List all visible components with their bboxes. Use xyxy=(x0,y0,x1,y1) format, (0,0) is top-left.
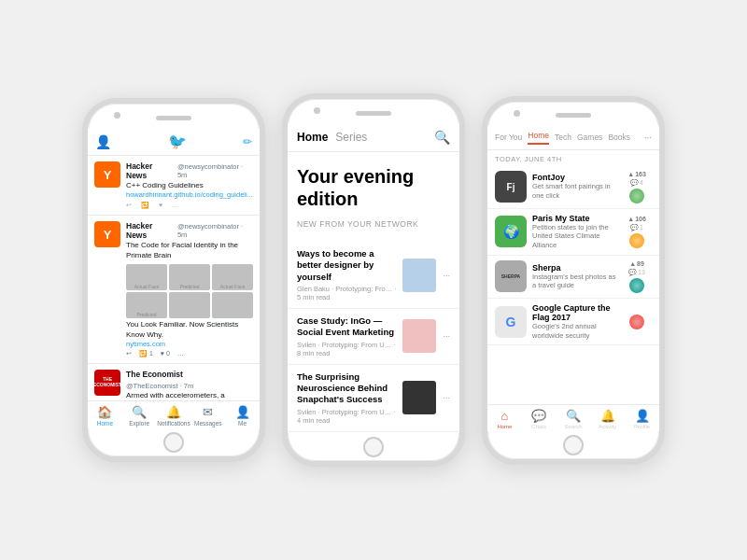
phone-bottom xyxy=(487,431,659,459)
nav-explore[interactable]: 🔍 Explore xyxy=(122,405,157,427)
home-button[interactable] xyxy=(163,432,184,453)
more-icon[interactable]: ··· xyxy=(644,133,652,143)
product-stats: ▲163 💬4 xyxy=(622,171,652,203)
tweet-footer-text: You Look Familiar. Now Scientists Know W… xyxy=(126,320,253,340)
reply-icon[interactable]: ↩ xyxy=(126,202,132,209)
phone-bottom xyxy=(288,433,459,461)
twitter-logo: 🐦 xyxy=(168,133,187,150)
phone-twitter: 👤 🐦 ✏ Y Hacker News @newsycombinator · 5… xyxy=(82,98,265,462)
product-item: Fj FontJoy Get smart font pairings in on… xyxy=(487,166,659,209)
tweet-link[interactable]: howardhinnant.github.io/coding_guideli..… xyxy=(126,190,253,199)
camera-dot xyxy=(514,110,520,117)
article-text: The Surprising Neuroscience Behind Snapc… xyxy=(297,371,396,425)
nav-messages[interactable]: ✉ Messages xyxy=(190,405,225,427)
bell-icon: 🔔 xyxy=(166,405,181,419)
product-name[interactable]: Paris My State xyxy=(532,214,616,223)
tab-home[interactable]: Home xyxy=(297,131,328,144)
tab-for-you[interactable]: For You xyxy=(495,133,522,142)
article-thumb xyxy=(402,381,436,414)
speaker xyxy=(556,113,591,118)
article-title[interactable]: Ways to become a better designer by your… xyxy=(297,248,396,283)
article-item: The Surprising Neuroscience Behind Snapc… xyxy=(288,365,459,432)
tweet-image-grid: Actual Face Predicted Actual Face Predic… xyxy=(126,264,253,318)
article-text: Ways to become a better designer by your… xyxy=(297,248,396,301)
more-icon[interactable]: ··· xyxy=(443,393,450,402)
home-button[interactable] xyxy=(563,435,584,455)
vote-count: ▲106 xyxy=(627,216,646,222)
home-button[interactable] xyxy=(363,437,384,457)
product-thumb: Fj xyxy=(495,171,527,203)
bell-icon: 🔔 xyxy=(600,409,615,423)
twitter-screen: 👤 🐦 ✏ Y Hacker News @newsycombinator · 5… xyxy=(88,128,260,428)
tweet-item: Y Hacker News @newsycombinator · 5m The … xyxy=(88,216,260,364)
product-item: G Google Capture the Flag 2017 Google's … xyxy=(487,299,659,346)
nav-home[interactable]: 🏠 Home xyxy=(88,405,122,427)
article-thumb xyxy=(402,319,436,353)
tweet-user: Hacker News xyxy=(126,221,175,240)
compose-icon[interactable]: ✏ xyxy=(243,135,252,148)
comment-count: 💬13 xyxy=(628,269,645,276)
product-text: FontJoy Get smart font pairings in one c… xyxy=(532,173,616,201)
article-title[interactable]: Case Study: InGo — Social Event Marketin… xyxy=(297,315,396,339)
search-icon[interactable]: 🔍 xyxy=(434,130,450,145)
product-name[interactable]: Sherpa xyxy=(532,263,616,273)
nav-activity[interactable]: 🔔 Activity xyxy=(590,409,625,429)
twitter-header: 👤 🐦 ✏ xyxy=(88,128,260,156)
medium-hero: Your evening edition New from your netwo… xyxy=(288,152,459,242)
product-name[interactable]: Google Capture the Flag 2017 xyxy=(532,303,616,322)
chat-icon: 💬 xyxy=(531,409,546,423)
tab-home[interactable]: Home xyxy=(528,131,549,145)
tweet-actions: ↩ 🔁 ♥ … xyxy=(126,202,253,209)
nav-chats[interactable]: 💬 Chats xyxy=(522,409,557,429)
tweet-avatar: THE ECONOMIST xyxy=(94,370,120,396)
product-desc: Instagram's best photos as a travel guid… xyxy=(532,273,616,291)
section-label: New from your network xyxy=(297,219,450,229)
more-icon[interactable]: … xyxy=(177,350,184,357)
article-thumb xyxy=(402,259,436,292)
reply-count: ↩ xyxy=(126,350,132,357)
nav-home[interactable]: ⌂ Home xyxy=(487,409,522,429)
user-avatar xyxy=(629,233,644,248)
tweet-content: Hacker News @newsycombinator · 5m C++ Co… xyxy=(126,161,253,209)
product-stats xyxy=(622,315,652,329)
tab-games[interactable]: Games xyxy=(577,133,602,142)
retweet-icon[interactable]: 🔁 xyxy=(141,202,149,209)
nav-search[interactable]: 🔍 Search xyxy=(557,409,591,429)
vote-count: ▲163 xyxy=(627,171,646,177)
explore-icon: 🔍 xyxy=(132,405,147,419)
tab-books[interactable]: Books xyxy=(608,133,630,142)
tab-tech[interactable]: Tech xyxy=(555,133,571,142)
nav-me[interactable]: 👤 Me xyxy=(225,405,260,427)
tweet-user: The Economist xyxy=(126,370,183,379)
article-meta: Svilen · Prototyping: From U… · 8 min re… xyxy=(297,341,396,357)
nav-profile[interactable]: 👤 Profile xyxy=(625,409,659,429)
product-thumb: SHERPA xyxy=(495,260,527,292)
nav-home-label: Home xyxy=(497,424,512,429)
person-icon: 👤 xyxy=(635,409,650,423)
nav-notifications[interactable]: 🔔 Notifications xyxy=(157,405,191,427)
medium-header: Home Series 🔍 xyxy=(288,123,459,152)
tweet-img: Predicted xyxy=(126,292,167,318)
product-desc: Petition states to join the United State… xyxy=(532,223,616,250)
product-name[interactable]: FontJoy xyxy=(532,173,616,182)
hero-title: Your evening edition xyxy=(297,165,450,210)
phone-top-bar xyxy=(288,99,459,123)
date-label: TODAY, JUNE 4TH xyxy=(487,150,659,166)
tab-series[interactable]: Series xyxy=(335,131,367,144)
article-item: Ways to become a better designer by your… xyxy=(288,242,459,309)
retweet-count: 🔁 1 xyxy=(139,350,153,357)
tweet-action-nums: ↩ 🔁 1 ♥ 0 … xyxy=(126,350,253,357)
like-icon[interactable]: ♥ xyxy=(159,202,162,209)
profile-icon[interactable]: 👤 xyxy=(95,134,111,149)
search-icon: 🔍 xyxy=(566,409,581,423)
tweet-item: Y Hacker News @newsycombinator · 5m C++ … xyxy=(88,156,260,216)
camera-dot xyxy=(114,112,120,119)
more-icon[interactable]: … xyxy=(172,202,178,209)
article-item: Case Study: InGo — Social Event Marketin… xyxy=(288,309,459,365)
tweet-footer-link[interactable]: nytimes.com xyxy=(126,340,253,348)
article-title[interactable]: The Surprising Neuroscience Behind Snapc… xyxy=(297,371,396,406)
more-icon[interactable]: ··· xyxy=(443,331,450,341)
phone-producthunt: For You Home Tech Games Books ··· TODAY,… xyxy=(482,96,665,465)
more-icon[interactable]: ··· xyxy=(443,271,450,280)
product-item: SHERPA Sherpa Instagram's best photos as… xyxy=(487,256,659,299)
